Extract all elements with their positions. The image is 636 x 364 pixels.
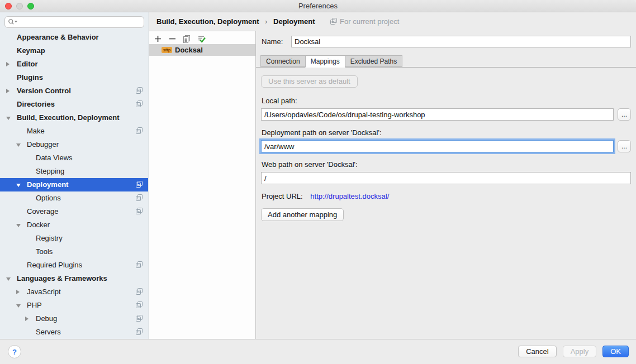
- sidebar-item-data-views[interactable]: Data Views: [0, 151, 148, 165]
- breadcrumb: Build, Execution, Deployment › Deploymen…: [150, 12, 636, 31]
- zoom-button[interactable]: [27, 3, 34, 9]
- sidebar-item-required-plugins[interactable]: Required Plugins: [0, 258, 148, 272]
- breadcrumb-current: Deployment: [273, 17, 315, 26]
- breadcrumb-separator: ›: [265, 17, 267, 26]
- per-project-icon: [136, 328, 143, 336]
- per-project-icon: [136, 194, 143, 202]
- chevron-down-icon[interactable]: [6, 277, 11, 281]
- chevron-right-icon[interactable]: [6, 89, 10, 93]
- sidebar-item-label: Data Views: [36, 154, 73, 162]
- use-default-button[interactable]: Use this server as default: [261, 75, 358, 88]
- breadcrumb-parent[interactable]: Build, Execution, Deployment: [156, 17, 259, 26]
- sidebar-item-label: Keymap: [17, 46, 45, 55]
- footer-buttons: Cancel Apply OK: [518, 346, 629, 357]
- tab-bar: ConnectionMappingsExcluded Paths: [256, 55, 636, 68]
- apply-button[interactable]: Apply: [563, 346, 597, 357]
- sidebar-item-build-execution-deployment[interactable]: Build, Execution, Deployment: [0, 111, 148, 124]
- search-input[interactable]: [19, 17, 144, 27]
- per-project-icon: [136, 315, 143, 322]
- scope-indicator: For current project: [330, 17, 399, 26]
- chevron-down-icon[interactable]: [16, 304, 21, 308]
- tab-excluded-paths[interactable]: Excluded Paths: [345, 55, 402, 67]
- browse-button[interactable]: ...: [618, 140, 631, 152]
- sidebar-item-label: Deployment: [27, 180, 68, 189]
- sidebar-item-label: Languages & Frameworks: [17, 274, 107, 282]
- project-url-row: Project URL: http://drupaltest.docksal/: [262, 192, 631, 202]
- sidebar-item-directories[interactable]: Directories: [0, 98, 148, 111]
- sidebar-item-label: Coverage: [27, 207, 58, 215]
- chevron-right-icon[interactable]: [25, 317, 29, 321]
- sidebar-item-languages-frameworks[interactable]: Languages & Frameworks: [0, 272, 148, 285]
- sidebar-item-stepping[interactable]: Stepping: [0, 165, 148, 178]
- per-project-icon: [136, 87, 143, 94]
- chevron-down-icon[interactable]: [16, 184, 21, 187]
- search-field[interactable]: [4, 16, 144, 28]
- tab-mappings[interactable]: Mappings: [305, 55, 345, 68]
- sidebar-item-docker[interactable]: Docker: [0, 218, 148, 232]
- remove-icon[interactable]: [168, 35, 177, 44]
- sidebar-item-appearance-behavior[interactable]: Appearance & Behavior: [0, 31, 148, 44]
- settings-sidebar: Appearance & BehaviorKeymapEditorPlugins…: [0, 12, 149, 339]
- sidebar-item-php[interactable]: PHP: [0, 299, 148, 312]
- deployment-form: Name: ConnectionMappingsExcluded Paths U…: [256, 31, 636, 339]
- sidebar-item-javascript[interactable]: JavaScript: [0, 285, 148, 299]
- chevron-down-icon[interactable]: [16, 224, 21, 227]
- sidebar-item-servers[interactable]: Servers: [0, 325, 148, 339]
- sidebar-item-registry[interactable]: Registry: [0, 232, 148, 245]
- sidebar-item-label: JavaScript: [27, 288, 61, 296]
- chevron-down-icon[interactable]: [6, 117, 11, 120]
- field-input-web-path-on-server-docksal[interactable]: [261, 172, 631, 184]
- sidebar-item-plugins[interactable]: Plugins: [0, 71, 148, 84]
- chevron-right-icon[interactable]: [6, 62, 10, 66]
- sidebar-item-label: Debug: [36, 314, 57, 323]
- use-as-default-icon[interactable]: [197, 35, 206, 44]
- server-list-panel: sftpDocksal: [149, 31, 256, 339]
- search-icon: [8, 18, 18, 26]
- sidebar-item-deployment[interactable]: Deployment: [0, 178, 148, 191]
- field-input-local-path[interactable]: [261, 108, 614, 121]
- server-item-docksal[interactable]: sftpDocksal: [149, 44, 255, 56]
- sidebar-item-debugger[interactable]: Debugger: [0, 138, 148, 151]
- field-input-deployment-path-on-server-docksal[interactable]: [261, 140, 614, 152]
- per-project-icon: [136, 100, 143, 108]
- name-input[interactable]: [291, 36, 631, 47]
- name-row: Name:: [256, 36, 636, 48]
- sidebar-item-keymap[interactable]: Keymap: [0, 44, 148, 58]
- project-url-link[interactable]: http://drupaltest.docksal/: [310, 192, 389, 200]
- sidebar-item-label: Directories: [17, 100, 55, 108]
- sidebar-item-tools[interactable]: Tools: [0, 245, 148, 258]
- sidebar-item-make[interactable]: Make: [0, 124, 148, 138]
- sidebar-item-label: Editor: [17, 60, 38, 68]
- help-button[interactable]: ?: [8, 345, 21, 358]
- sftp-badge-icon: sftp: [162, 47, 172, 53]
- per-project-icon: [136, 288, 143, 295]
- chevron-down-icon[interactable]: [16, 143, 21, 147]
- window-title: Preferences: [0, 0, 636, 12]
- titlebar: Preferences: [0, 0, 636, 12]
- sidebar-item-coverage[interactable]: Coverage: [0, 205, 148, 218]
- sidebar-item-label: Docker: [27, 221, 50, 229]
- field-row: ...: [261, 140, 631, 152]
- ok-button[interactable]: OK: [602, 346, 629, 357]
- cancel-button[interactable]: Cancel: [518, 346, 556, 357]
- chevron-right-icon[interactable]: [16, 290, 20, 294]
- field-row: [261, 172, 631, 184]
- minimize-button[interactable]: [16, 3, 23, 9]
- copy-icon[interactable]: [182, 35, 191, 44]
- sidebar-item-debug[interactable]: Debug: [0, 312, 148, 325]
- add-mapping-button[interactable]: Add another mapping: [261, 208, 344, 221]
- server-list: sftpDocksal: [149, 44, 255, 56]
- tab-connection[interactable]: Connection: [260, 55, 306, 67]
- sidebar-item-options[interactable]: Options: [0, 191, 148, 205]
- per-project-icon: [330, 18, 337, 27]
- sidebar-item-label: Version Control: [17, 87, 71, 95]
- settings-tree: Appearance & BehaviorKeymapEditorPlugins…: [0, 31, 148, 339]
- sidebar-item-editor[interactable]: Editor: [0, 58, 148, 71]
- field-label-local-path: Local path:: [262, 97, 631, 105]
- sidebar-item-version-control[interactable]: Version Control: [0, 84, 148, 98]
- sidebar-item-label: Stepping: [36, 167, 64, 175]
- close-button[interactable]: [5, 3, 12, 9]
- sidebar-item-label: Debugger: [27, 140, 59, 149]
- add-icon[interactable]: [153, 35, 162, 44]
- browse-button[interactable]: ...: [618, 108, 631, 121]
